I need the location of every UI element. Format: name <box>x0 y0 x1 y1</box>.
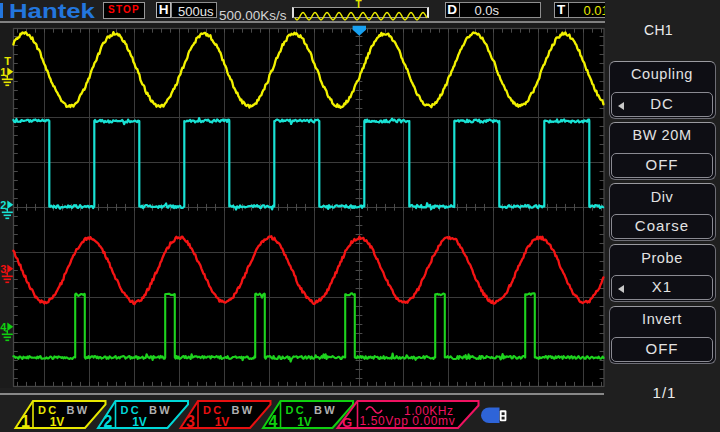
svg-text:DC: DC <box>38 403 58 415</box>
svg-text:BW: BW <box>67 403 90 415</box>
svg-text:2: 2 <box>104 412 113 429</box>
svg-text:1V: 1V <box>132 415 147 429</box>
svg-text:BW: BW <box>314 403 337 415</box>
svg-text:BW: BW <box>149 403 172 415</box>
svg-text:1V: 1V <box>50 415 65 429</box>
svg-text:1V: 1V <box>297 415 312 429</box>
svg-text:3: 3 <box>186 412 195 429</box>
svg-text:4: 4 <box>269 412 278 429</box>
svg-text:DC: DC <box>121 403 141 415</box>
svg-text:DC: DC <box>286 403 306 415</box>
svg-text:BW: BW <box>232 403 255 415</box>
svg-text:1.50Vpp 0.00mv: 1.50Vpp 0.00mv <box>360 414 456 428</box>
svg-text:DC: DC <box>203 403 223 415</box>
svg-text:1: 1 <box>21 412 30 429</box>
svg-text:1V: 1V <box>215 415 230 429</box>
svg-text:G: G <box>342 414 352 429</box>
